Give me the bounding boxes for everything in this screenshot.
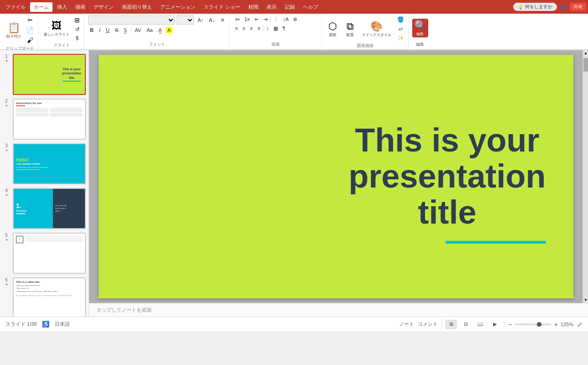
slide-layout-button[interactable]: ⊞	[73, 16, 81, 25]
shape-fill-button[interactable]: 🪣	[396, 16, 405, 24]
find-replace-button[interactable]: 🔍 編集	[412, 19, 428, 37]
zoom-level: 125%	[561, 322, 573, 327]
slide-item-1[interactable]: 1 ★ This is yourpresentationtitle	[2, 54, 87, 95]
slideshow-button[interactable]: ▶	[489, 320, 500, 329]
shadow-button[interactable]: S̲	[122, 27, 129, 34]
highlight-button[interactable]: A	[166, 27, 173, 33]
quick-styles-button[interactable]: 🎨 クイックスタイル	[360, 20, 393, 38]
slide-thumb-3[interactable]: Hello! I am Jayden Smith Lorem ipsum dol…	[13, 143, 86, 184]
cut-button[interactable]: ✂	[25, 16, 35, 25]
menu-record[interactable]: 記録	[281, 2, 299, 12]
copy-button[interactable]: 📄	[25, 26, 35, 35]
slide-canvas-area: This is your presentation title	[89, 50, 583, 303]
notes-area[interactable]: タップしてノートを追加	[89, 303, 588, 317]
menu-animation[interactable]: アニメーション	[157, 2, 199, 12]
notes-button[interactable]: ノート	[399, 321, 414, 328]
slide-item-4[interactable]: 4 ★ 1. Transitionheadline Let's start wi…	[2, 188, 87, 229]
zoom-out-button[interactable]: −	[508, 321, 512, 328]
fit-slide-button[interactable]: ⤢	[577, 321, 583, 328]
vertical-scrollbar[interactable]: ▲ ▼	[583, 50, 588, 303]
slide-thumb-2[interactable]: Instructions for use	[13, 99, 86, 140]
add-remove-col-button[interactable]: ▦	[272, 25, 280, 32]
scroll-down-button[interactable]: ▼	[583, 297, 588, 303]
smartart-button[interactable]: ⊛	[291, 16, 299, 23]
menu-home[interactable]: ホーム	[30, 2, 52, 12]
scroll-thumb[interactable]	[583, 58, 588, 72]
reading-view-button[interactable]: 📖	[475, 320, 486, 329]
slide-group-label: スライド	[42, 42, 81, 48]
font-color-button[interactable]: A̲	[157, 27, 164, 34]
shape-effects-button[interactable]: ✨	[396, 34, 405, 42]
slide-thumb-4[interactable]: 1. Transitionheadline Let's start withth…	[13, 188, 86, 229]
menu-design[interactable]: デザイン	[90, 2, 117, 12]
menu-slideshow[interactable]: スライド ショー	[200, 2, 244, 12]
accessibility-icon: ♿	[42, 321, 49, 328]
drawing-group-label: 図形描画	[326, 42, 405, 49]
paste-button[interactable]: 📋 貼り付け	[5, 21, 23, 40]
slide2-col1	[16, 108, 48, 117]
indent-increase-button[interactable]: ⇥	[262, 16, 269, 23]
comments-button[interactable]: コメント	[418, 321, 438, 328]
bold-button[interactable]: B	[88, 27, 95, 33]
para-options-button[interactable]: ¶	[281, 25, 287, 31]
menu-file[interactable]: ファイル	[2, 2, 29, 12]
slide4-num: 1.	[16, 202, 51, 209]
decrease-font-button[interactable]: A↓	[207, 17, 217, 23]
justify-button[interactable]: ≡	[256, 25, 262, 31]
font-case-button[interactable]: Aa	[145, 27, 154, 33]
slide-thumb-6[interactable]: This is a slide title • Here you have a …	[13, 277, 86, 317]
menu-draw[interactable]: 描画	[72, 2, 89, 12]
share-button[interactable]: 共有	[570, 3, 586, 11]
normal-view-button[interactable]: ⊞	[446, 320, 457, 329]
clear-format-button[interactable]: ✕	[219, 17, 226, 24]
slide-sorter-button[interactable]: ⊟	[460, 320, 471, 329]
menu-insert[interactable]: 挿入	[53, 2, 71, 12]
ribbon-group-drawing: ⬡ 図形 ⧉ 配置 🎨 クイックスタイル 🪣 ▱ ✨ 図形描画	[323, 15, 409, 48]
copy-icon: 📄	[26, 26, 34, 34]
zoom-in-button[interactable]: +	[554, 321, 558, 328]
columns-button[interactable]: ⋮	[272, 16, 280, 23]
zoom-slider-thumb[interactable]	[537, 322, 541, 327]
slide-item-6[interactable]: 6 ★ This is a slide title • Here you hav…	[2, 277, 87, 317]
text-direction-button[interactable]: ↕A	[281, 16, 291, 22]
slide6-footer: Your audience will listen to you or read…	[16, 294, 83, 297]
paragraph-group-label: 段落	[233, 41, 319, 47]
scroll-up-button[interactable]: ▲	[583, 50, 588, 56]
slide-canvas[interactable]: This is your presentation title	[99, 55, 573, 298]
slide5-text	[25, 236, 83, 271]
bullets-button[interactable]: ≡•	[233, 16, 242, 22]
status-bar: スライド 1/39 ♿ 日本語 ノート コメント ⊞ ⊟ 📖 ▶ − + 125…	[0, 317, 588, 331]
search-label: 何をしますか	[525, 4, 552, 10]
indent-decrease-button[interactable]: ⇤	[253, 16, 261, 23]
menu-help[interactable]: ヘルプ	[299, 2, 322, 12]
align-right-button[interactable]: ≡	[248, 25, 255, 31]
align-left-button[interactable]: ≡	[233, 25, 240, 31]
menu-view[interactable]: 表示	[263, 2, 280, 12]
increase-font-button[interactable]: A↑	[196, 17, 205, 23]
slide-thumb-1[interactable]: This is yourpresentationtitle	[13, 54, 86, 95]
slide-reset-button[interactable]: ↺	[73, 26, 81, 33]
format-painter-button[interactable]: 🖌	[25, 36, 35, 45]
numbering-button[interactable]: 1≡	[242, 16, 252, 22]
line-spacing-button[interactable]: ↕	[264, 25, 271, 31]
align-center-button[interactable]: ≡	[241, 25, 247, 31]
arrange-button[interactable]: ⧉ 配置	[343, 20, 357, 38]
slide-thumb-5[interactable]: "	[13, 233, 86, 274]
slide-section-button[interactable]: §	[73, 34, 81, 42]
menu-transition[interactable]: 画面切り替え	[118, 2, 156, 12]
font-name-select[interactable]	[88, 16, 175, 25]
char-spacing-button[interactable]: AV	[133, 27, 143, 33]
slide-item-5[interactable]: 5 ★ "	[2, 233, 87, 274]
new-slide-button[interactable]: 🖼 新しいスライド	[42, 19, 71, 38]
strikethrough-button[interactable]: S	[113, 27, 120, 33]
italic-button[interactable]: I	[97, 27, 102, 33]
shapes-button[interactable]: ⬡ 図形	[326, 20, 340, 38]
search-box[interactable]: 💡 何をしますか	[513, 3, 557, 11]
underline-button[interactable]: U	[104, 27, 111, 33]
font-size-select[interactable]	[177, 16, 194, 25]
slide-item-2[interactable]: 2 ★ Instructions for use	[2, 99, 87, 140]
shape-outline-button[interactable]: ▱	[396, 25, 405, 33]
menu-review[interactable]: 校閲	[245, 2, 262, 12]
zoom-slider[interactable]	[515, 323, 551, 325]
slide-item-3[interactable]: 3 ★ Hello! I am Jayden Smith Lorem ipsum…	[2, 143, 87, 184]
